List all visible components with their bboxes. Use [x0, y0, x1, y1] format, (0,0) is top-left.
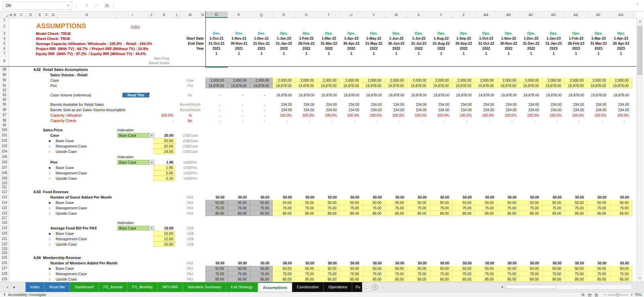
cell-AC5[interactable]: 31-Dec-22: [520, 41, 542, 46]
cell-S93[interactable]: 19,878.00: [295, 92, 318, 98]
cell-H103[interactable]: Management Case: [56, 144, 87, 148]
cell-R3[interactable]: Ops.: [273, 31, 295, 36]
cell-H114[interactable]: Base Case: [56, 201, 74, 205]
cell-Y96[interactable]: 234.00: [430, 107, 452, 113]
cell-AF96[interactable]: 234.00: [587, 107, 610, 113]
cell-AA115[interactable]: 75.00: [475, 205, 497, 211]
cell-AG113[interactable]: 50.00: [610, 195, 632, 200]
cell-O91[interactable]: 19,878.00: [205, 83, 228, 88]
cell-Z4[interactable]: 1-Sep-22: [452, 36, 475, 41]
cell-Z115[interactable]: 75.00: [452, 205, 475, 211]
cell-AE126[interactable]: 50.00: [565, 260, 587, 266]
cell-H106[interactable]: Pint: [50, 160, 57, 164]
row-header-113[interactable]: 113: [0, 195, 9, 200]
cell-AF4[interactable]: 1-Mar-23: [587, 36, 610, 41]
cell-AD91[interactable]: 19,878.00: [542, 83, 565, 88]
sheet-tab-assumptions[interactable]: Assumptions: [258, 282, 292, 292]
cell-Z113[interactable]: 50.00: [452, 195, 475, 200]
cell-Q114[interactable]: 50.00: [250, 200, 273, 205]
cell-AB97[interactable]: 100.0%: [497, 113, 520, 118]
col-header-K[interactable]: K: [154, 11, 175, 18]
cell-AF95[interactable]: 234.00: [587, 102, 610, 107]
row-header-101[interactable]: 101: [0, 133, 9, 138]
cell-M107[interactable]: US$/Pint: [180, 165, 201, 170]
cell-R98[interactable]: -: [273, 118, 295, 123]
cell-AE5[interactable]: 28-Feb-23: [565, 41, 587, 46]
page-layout-view-icon[interactable]: ▤: [586, 292, 593, 297]
cell-T114[interactable]: 50.00: [318, 200, 340, 205]
cell-U6[interactable]: 2022: [340, 46, 363, 51]
cell-M122[interactable]: US$: [180, 242, 201, 247]
cell-M109[interactable]: US$/Pint: [180, 176, 201, 181]
cell-M95[interactable]: Barrels/Month: [180, 102, 201, 107]
cell-S5[interactable]: 28-Feb-22: [295, 41, 318, 46]
cell-K122[interactable]: 15.00: [154, 242, 175, 247]
cell-W7[interactable]: 1: [385, 51, 408, 56]
cell-H128[interactable]: Management Case: [56, 272, 87, 276]
cell-Q5[interactable]: 31-Dec-21: [250, 41, 273, 46]
cell-K104[interactable]: 24.00: [154, 149, 175, 154]
sheet-tab-read-me[interactable]: Read Me: [45, 282, 70, 292]
cell-Y5[interactable]: 31-Aug-22: [430, 41, 452, 46]
row-header-7[interactable]: 7: [0, 51, 9, 56]
cell-V96[interactable]: 234.00: [363, 107, 385, 113]
cell-Y128[interactable]: 75.00: [430, 271, 452, 277]
row-header-94[interactable]: 94: [0, 98, 9, 102]
cell-W128[interactable]: 75.00: [385, 271, 408, 277]
cell-P115[interactable]: 75.00: [228, 205, 250, 211]
cell-O7[interactable]: 1: [205, 51, 228, 56]
cell-H108[interactable]: Management Case: [56, 171, 87, 175]
cell-V114[interactable]: 50.00: [363, 200, 385, 205]
cell-I105[interactable]: Indexation: [117, 155, 133, 159]
cell-AB93[interactable]: 19,878.00: [497, 92, 520, 98]
cell-P113[interactable]: 50.00: [228, 195, 250, 200]
cell-H95[interactable]: Barrels Available for Retail Sales: [50, 102, 104, 107]
row-header-122[interactable]: 122: [0, 242, 9, 247]
cell-AC95[interactable]: 234.00: [520, 102, 542, 107]
cell-Q7[interactable]: 1: [250, 51, 273, 56]
cell-O127[interactable]: 50.00: [205, 266, 228, 271]
col-header-B[interactable]: B: [13, 11, 17, 18]
cell-AD7[interactable]: 1: [542, 51, 565, 56]
cell-R96[interactable]: 234.00: [273, 107, 295, 113]
cell-I100[interactable]: Indexation: [117, 128, 133, 132]
cell-AE90[interactable]: 2,000.00: [565, 78, 587, 83]
cell-H107[interactable]: Base Case: [56, 166, 74, 170]
col-header-M[interactable]: M: [180, 11, 201, 18]
cell-M127[interactable]: PAX: [180, 266, 201, 271]
cell-Z128[interactable]: 75.00: [452, 271, 475, 277]
scroll-left-icon[interactable]: ◄: [500, 285, 503, 289]
cell-AA128[interactable]: 75.00: [475, 271, 497, 277]
cell-X96[interactable]: 234.00: [408, 107, 430, 113]
col-header-Y[interactable]: Y: [430, 11, 452, 18]
cell-Y3[interactable]: Ops.: [430, 31, 452, 36]
cell-O114[interactable]: 50.00: [205, 200, 228, 205]
cell-AB4[interactable]: 1-Nov-22: [497, 36, 520, 41]
cell-T3[interactable]: Ops.: [318, 31, 340, 36]
col-header-AA[interactable]: AA: [475, 11, 497, 18]
cell-AE6[interactable]: 2023: [565, 46, 587, 51]
cell-AA3[interactable]: Ops.: [475, 31, 497, 36]
cell-P6[interactable]: 2021: [228, 46, 250, 51]
cell-O93[interactable]: -: [205, 92, 228, 98]
cell-Q93[interactable]: -: [250, 92, 273, 98]
cell-W6[interactable]: 2022: [385, 46, 408, 51]
cell-AF126[interactable]: 50.00: [587, 260, 610, 266]
cell-R115[interactable]: 75.00: [273, 205, 295, 211]
row-header-88[interactable]: 88: [0, 67, 9, 72]
cell-AG116[interactable]: 85.00: [610, 211, 632, 216]
cell-AE7[interactable]: 1: [565, 51, 587, 56]
cell-AE113[interactable]: 50.00: [565, 195, 587, 200]
cell-M90[interactable]: Case: [180, 78, 201, 83]
cell-U4[interactable]: 1-Apr-22: [340, 36, 363, 41]
col-header-T[interactable]: T: [318, 11, 340, 18]
cell-U5[interactable]: 30-Apr-22: [340, 41, 363, 46]
cell-AB128[interactable]: 75.00: [497, 271, 520, 277]
cell-AE95[interactable]: 234.00: [565, 102, 587, 107]
cell-AC7[interactable]: 1: [520, 51, 542, 56]
cell-W113[interactable]: 50.00: [385, 195, 408, 200]
cell-R126[interactable]: 50.00: [273, 260, 295, 266]
cell-Y97[interactable]: 100.0%: [430, 113, 452, 118]
cell-M115[interactable]: PAX: [180, 205, 201, 211]
expand-formula-bar-icon[interactable]: ˅: [637, 3, 639, 6]
